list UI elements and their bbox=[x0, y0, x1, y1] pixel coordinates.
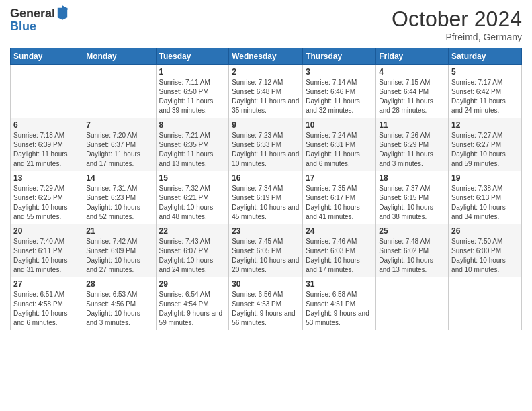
day-info: Sunrise: 7:27 AMSunset: 6:27 PMDaylight:… bbox=[451, 131, 519, 169]
day-info: Sunrise: 7:12 AMSunset: 6:48 PMDaylight:… bbox=[232, 78, 300, 116]
table-row: 11Sunrise: 7:26 AMSunset: 6:29 PMDayligh… bbox=[376, 118, 449, 171]
table-row: 12Sunrise: 7:27 AMSunset: 6:27 PMDayligh… bbox=[449, 118, 522, 171]
table-row: 9Sunrise: 7:23 AMSunset: 6:33 PMDaylight… bbox=[229, 118, 303, 171]
day-number: 21 bbox=[86, 226, 152, 236]
day-number: 14 bbox=[86, 173, 152, 183]
col-thursday: Thursday bbox=[303, 48, 376, 65]
day-info: Sunrise: 7:23 AMSunset: 6:33 PMDaylight:… bbox=[232, 131, 300, 169]
calendar-header-row: Sunday Monday Tuesday Wednesday Thursday… bbox=[11, 48, 522, 65]
day-info: Sunrise: 7:18 AMSunset: 6:39 PMDaylight:… bbox=[13, 131, 80, 169]
day-number: 7 bbox=[86, 120, 152, 130]
day-info: Sunrise: 7:42 AMSunset: 6:09 PMDaylight:… bbox=[86, 237, 152, 275]
day-number: 26 bbox=[451, 226, 519, 236]
day-number: 15 bbox=[159, 173, 226, 183]
col-sunday: Sunday bbox=[11, 48, 83, 65]
table-row: 5Sunrise: 7:17 AMSunset: 6:42 PMDaylight… bbox=[449, 65, 522, 118]
table-row bbox=[11, 65, 83, 118]
day-info: Sunrise: 7:20 AMSunset: 6:37 PMDaylight:… bbox=[86, 131, 152, 169]
day-number: 28 bbox=[86, 279, 152, 289]
day-number: 20 bbox=[13, 226, 80, 236]
day-info: Sunrise: 7:48 AMSunset: 6:02 PMDaylight:… bbox=[379, 237, 445, 275]
table-row: 7Sunrise: 7:20 AMSunset: 6:37 PMDaylight… bbox=[83, 118, 156, 171]
logo: General Blue bbox=[10, 7, 69, 32]
table-row: 16Sunrise: 7:34 AMSunset: 6:19 PMDayligh… bbox=[229, 171, 303, 224]
day-info: Sunrise: 7:46 AMSunset: 6:03 PMDaylight:… bbox=[306, 237, 373, 275]
table-row: 31Sunrise: 6:58 AMSunset: 4:51 PMDayligh… bbox=[303, 277, 376, 330]
calendar-week-row: 27Sunrise: 6:51 AMSunset: 4:58 PMDayligh… bbox=[11, 277, 522, 330]
day-info: Sunrise: 6:56 AMSunset: 4:53 PMDaylight:… bbox=[232, 290, 300, 328]
table-row: 27Sunrise: 6:51 AMSunset: 4:58 PMDayligh… bbox=[11, 277, 83, 330]
table-row bbox=[83, 65, 156, 118]
calendar-week-row: 13Sunrise: 7:29 AMSunset: 6:25 PMDayligh… bbox=[11, 171, 522, 224]
day-info: Sunrise: 6:51 AMSunset: 4:58 PMDaylight:… bbox=[13, 290, 80, 328]
day-info: Sunrise: 7:34 AMSunset: 6:19 PMDaylight:… bbox=[232, 184, 300, 222]
logo-blue: Blue bbox=[10, 20, 69, 32]
day-info: Sunrise: 7:50 AMSunset: 6:00 PMDaylight:… bbox=[451, 237, 519, 275]
table-row: 3Sunrise: 7:14 AMSunset: 6:46 PMDaylight… bbox=[303, 65, 376, 118]
header: General Blue October 2024 Pfreimd, Germa… bbox=[10, 7, 522, 42]
day-info: Sunrise: 7:35 AMSunset: 6:17 PMDaylight:… bbox=[306, 184, 373, 222]
day-number: 4 bbox=[379, 67, 445, 77]
table-row: 2Sunrise: 7:12 AMSunset: 6:48 PMDaylight… bbox=[229, 65, 303, 118]
table-row: 20Sunrise: 7:40 AMSunset: 6:11 PMDayligh… bbox=[11, 224, 83, 277]
table-row: 10Sunrise: 7:24 AMSunset: 6:31 PMDayligh… bbox=[303, 118, 376, 171]
day-info: Sunrise: 7:38 AMSunset: 6:13 PMDaylight:… bbox=[451, 184, 519, 222]
day-info: Sunrise: 7:11 AMSunset: 6:50 PMDaylight:… bbox=[159, 78, 226, 116]
table-row: 22Sunrise: 7:43 AMSunset: 6:07 PMDayligh… bbox=[156, 224, 229, 277]
day-number: 2 bbox=[232, 67, 300, 77]
col-saturday: Saturday bbox=[449, 48, 522, 65]
day-number: 8 bbox=[159, 120, 226, 130]
table-row: 23Sunrise: 7:45 AMSunset: 6:05 PMDayligh… bbox=[229, 224, 303, 277]
col-monday: Monday bbox=[83, 48, 156, 65]
month-title: October 2024 bbox=[392, 7, 522, 32]
logo-icon bbox=[56, 5, 69, 20]
table-row bbox=[449, 277, 522, 330]
day-number: 17 bbox=[306, 173, 373, 183]
day-info: Sunrise: 7:37 AMSunset: 6:15 PMDaylight:… bbox=[379, 184, 445, 222]
day-info: Sunrise: 7:14 AMSunset: 6:46 PMDaylight:… bbox=[306, 78, 373, 116]
day-number: 18 bbox=[379, 173, 445, 183]
day-number: 25 bbox=[379, 226, 445, 236]
day-info: Sunrise: 7:17 AMSunset: 6:42 PMDaylight:… bbox=[451, 78, 519, 116]
title-block: October 2024 Pfreimd, Germany bbox=[392, 7, 522, 42]
table-row: 28Sunrise: 6:53 AMSunset: 4:56 PMDayligh… bbox=[83, 277, 156, 330]
day-info: Sunrise: 7:43 AMSunset: 6:07 PMDaylight:… bbox=[159, 237, 226, 275]
day-number: 13 bbox=[13, 173, 80, 183]
calendar-week-row: 6Sunrise: 7:18 AMSunset: 6:39 PMDaylight… bbox=[11, 118, 522, 171]
table-row: 14Sunrise: 7:31 AMSunset: 6:23 PMDayligh… bbox=[83, 171, 156, 224]
calendar-week-row: 20Sunrise: 7:40 AMSunset: 6:11 PMDayligh… bbox=[11, 224, 522, 277]
day-number: 9 bbox=[232, 120, 300, 130]
table-row: 6Sunrise: 7:18 AMSunset: 6:39 PMDaylight… bbox=[11, 118, 83, 171]
logo-general: General bbox=[10, 7, 55, 19]
table-row: 26Sunrise: 7:50 AMSunset: 6:00 PMDayligh… bbox=[449, 224, 522, 277]
day-info: Sunrise: 7:45 AMSunset: 6:05 PMDaylight:… bbox=[232, 237, 300, 275]
day-info: Sunrise: 7:32 AMSunset: 6:21 PMDaylight:… bbox=[159, 184, 226, 222]
table-row: 30Sunrise: 6:56 AMSunset: 4:53 PMDayligh… bbox=[229, 277, 303, 330]
day-info: Sunrise: 7:31 AMSunset: 6:23 PMDaylight:… bbox=[86, 184, 152, 222]
day-number: 27 bbox=[13, 279, 80, 289]
table-row: 15Sunrise: 7:32 AMSunset: 6:21 PMDayligh… bbox=[156, 171, 229, 224]
day-info: Sunrise: 7:15 AMSunset: 6:44 PMDaylight:… bbox=[379, 78, 445, 116]
table-row: 8Sunrise: 7:21 AMSunset: 6:35 PMDaylight… bbox=[156, 118, 229, 171]
day-number: 3 bbox=[306, 67, 373, 77]
day-info: Sunrise: 7:26 AMSunset: 6:29 PMDaylight:… bbox=[379, 131, 445, 169]
calendar: Sunday Monday Tuesday Wednesday Thursday… bbox=[10, 48, 522, 330]
day-number: 19 bbox=[451, 173, 519, 183]
table-row: 19Sunrise: 7:38 AMSunset: 6:13 PMDayligh… bbox=[449, 171, 522, 224]
day-info: Sunrise: 6:53 AMSunset: 4:56 PMDaylight:… bbox=[86, 290, 152, 328]
day-number: 12 bbox=[451, 120, 519, 130]
day-number: 1 bbox=[159, 67, 226, 77]
day-number: 6 bbox=[13, 120, 80, 130]
table-row: 18Sunrise: 7:37 AMSunset: 6:15 PMDayligh… bbox=[376, 171, 449, 224]
day-number: 30 bbox=[232, 279, 300, 289]
day-number: 5 bbox=[451, 67, 519, 77]
day-number: 23 bbox=[232, 226, 300, 236]
table-row: 29Sunrise: 6:54 AMSunset: 4:54 PMDayligh… bbox=[156, 277, 229, 330]
day-number: 22 bbox=[159, 226, 226, 236]
table-row: 24Sunrise: 7:46 AMSunset: 6:03 PMDayligh… bbox=[303, 224, 376, 277]
table-row: 1Sunrise: 7:11 AMSunset: 6:50 PMDaylight… bbox=[156, 65, 229, 118]
day-info: Sunrise: 7:40 AMSunset: 6:11 PMDaylight:… bbox=[13, 237, 80, 275]
logo-text: General Blue bbox=[10, 7, 69, 32]
day-number: 16 bbox=[232, 173, 300, 183]
table-row: 21Sunrise: 7:42 AMSunset: 6:09 PMDayligh… bbox=[83, 224, 156, 277]
